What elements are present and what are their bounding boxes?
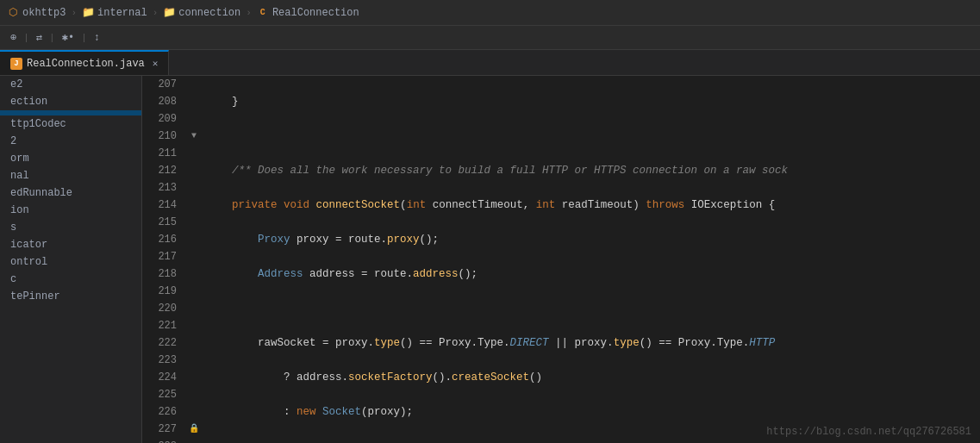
gutter: ▼ 🔒 ▼ [185, 76, 203, 443]
line-num-208: 208 [142, 93, 177, 110]
code-line-213 [206, 300, 980, 317]
code-line-216: : new Socket(proxy); [206, 403, 980, 421]
breadcrumb-connection[interactable]: 📁 connection [163, 7, 240, 19]
line-num-216: 216 [142, 231, 177, 248]
sidebar-item-nal[interactable]: nal [0, 167, 141, 184]
gutter-208 [185, 93, 203, 110]
gutter-227-lock: 🔒 [185, 421, 203, 438]
gutter-211 [185, 145, 203, 162]
line-num-225: 225 [142, 386, 177, 403]
gutter-214 [185, 197, 203, 214]
breadcrumb-internal-label: internal [97, 7, 147, 19]
breadcrumb-okhttp3-label: okhttp3 [22, 7, 66, 19]
gutter-207 [185, 76, 203, 93]
tab-realconnection[interactable]: J RealConnection.java ✕ [0, 50, 169, 75]
gutter-213 [185, 179, 203, 197]
line-num-212: 212 [142, 162, 177, 179]
gutter-226 [185, 403, 203, 421]
java-file-icon: J [10, 58, 22, 70]
line-num-218: 218 [142, 265, 177, 283]
breadcrumb-realconnection[interactable]: C RealConnection [257, 7, 359, 19]
sidebar-item-ion[interactable]: ion [0, 202, 141, 219]
line-numbers: 207 208 209 210 211 212 213 214 215 216 … [142, 76, 185, 443]
toolbar-sep-3: | [81, 33, 87, 43]
toolbar-btn-compare[interactable]: ⇄ [33, 29, 46, 46]
breadcrumb-bar: ⬡ okhttp3 › 📁 internal › 📁 connection › … [0, 0, 980, 26]
line-num-211: 211 [142, 145, 177, 162]
code-content[interactable]: } /** Does all the work necessary to bui… [203, 76, 980, 443]
sidebar-item-e2[interactable]: e2 [0, 76, 141, 93]
toolbar-sep-2: | [49, 33, 55, 43]
sidebar-item-ontrol[interactable]: ontrol [0, 253, 141, 271]
code-line-217 [206, 438, 980, 443]
line-num-223: 223 [142, 352, 177, 369]
breadcrumb-sep-1: › [71, 8, 77, 18]
code-area: 207 208 209 210 211 212 213 214 215 216 … [142, 76, 980, 443]
gutter-217 [185, 248, 203, 265]
close-tab-icon[interactable]: ✕ [153, 58, 159, 69]
gutter-212 [185, 162, 203, 179]
breadcrumb-sep-2: › [153, 8, 159, 18]
code-line-215: ? address.socketFactory().createSocket() [206, 369, 980, 386]
line-num-215: 215 [142, 214, 177, 231]
folder-icon-1: 📁 [82, 7, 94, 19]
tab-label: RealConnection.java [27, 58, 145, 70]
gutter-220 [185, 300, 203, 317]
code-line-211: Proxy proxy = route.proxy(); [206, 231, 980, 248]
gutter-221 [185, 317, 203, 334]
gutter-225 [185, 386, 203, 403]
sidebar-item-s[interactable]: s [0, 219, 141, 236]
sidebar-item-c[interactable]: c [0, 271, 141, 288]
gutter-219 [185, 283, 203, 300]
watermark: https://blog.csdn.net/qq276726581 [766, 426, 971, 438]
line-num-227: 227 [142, 421, 177, 438]
package-icon: ⬡ [7, 7, 19, 19]
sidebar-item-ection[interactable]: ection [0, 93, 141, 110]
toolbar-btn-settings[interactable]: ✱• [59, 29, 78, 46]
gutter-216 [185, 231, 203, 248]
sidebar-item-orm[interactable]: orm [0, 150, 141, 167]
code-line-209: /** Does all the work necessary to build… [206, 162, 980, 179]
code-line-212: Address address = route.address(); [206, 265, 980, 283]
gutter-215 [185, 214, 203, 231]
toolbar: ⊕ | ⇄ | ✱• | ↕ [0, 26, 980, 50]
code-line-207: } [206, 93, 980, 110]
line-num-210: 210 [142, 128, 177, 145]
line-num-228: 228 [142, 438, 177, 443]
sidebar: e2 ection ttp1Codec 2 orm nal edRunnable… [0, 76, 142, 443]
toolbar-btn-add[interactable]: ⊕ [7, 29, 20, 46]
sidebar-item-2[interactable]: 2 [0, 133, 141, 150]
line-num-222: 222 [142, 334, 177, 352]
gutter-223 [185, 352, 203, 369]
code-line-210: private void connectSocket(int connectTi… [206, 197, 980, 214]
sidebar-item-ttp1codec[interactable]: ttp1Codec [0, 115, 141, 133]
line-num-221: 221 [142, 317, 177, 334]
breadcrumb-internal[interactable]: 📁 internal [82, 7, 147, 19]
code-line-214: rawSocket = proxy.type() == Proxy.Type.D… [206, 334, 980, 352]
folder-icon-2: 📁 [163, 7, 175, 19]
breadcrumb-okhttp3[interactable]: ⬡ okhttp3 [7, 7, 66, 19]
line-num-207: 207 [142, 76, 177, 93]
sidebar-item-icator[interactable]: icator [0, 236, 141, 253]
main-layout: e2 ection ttp1Codec 2 orm nal edRunnable… [0, 76, 980, 443]
breadcrumb-connection-label: connection [178, 7, 240, 19]
code-line-208 [206, 128, 980, 145]
gutter-210-fold[interactable]: ▼ [185, 128, 203, 145]
line-num-226: 226 [142, 403, 177, 421]
line-num-209: 209 [142, 110, 177, 128]
class-icon-1: C [257, 7, 269, 19]
line-num-219: 219 [142, 283, 177, 300]
breadcrumb-sep-3: › [246, 8, 252, 18]
toolbar-btn-sort[interactable]: ↕ [91, 30, 103, 46]
gutter-224 [185, 369, 203, 386]
sidebar-item-tepinner[interactable]: tePinner [0, 288, 141, 305]
gutter-218 [185, 265, 203, 283]
gutter-222 [185, 334, 203, 352]
toolbar-sep-1: | [23, 33, 29, 43]
sidebar-item-edrunnable[interactable]: edRunnable [0, 184, 141, 202]
tab-bar: J RealConnection.java ✕ [0, 50, 980, 76]
gutter-228-fold[interactable]: ▼ [185, 438, 203, 443]
line-num-213: 213 [142, 179, 177, 197]
line-num-217: 217 [142, 248, 177, 265]
gutter-209 [185, 110, 203, 128]
